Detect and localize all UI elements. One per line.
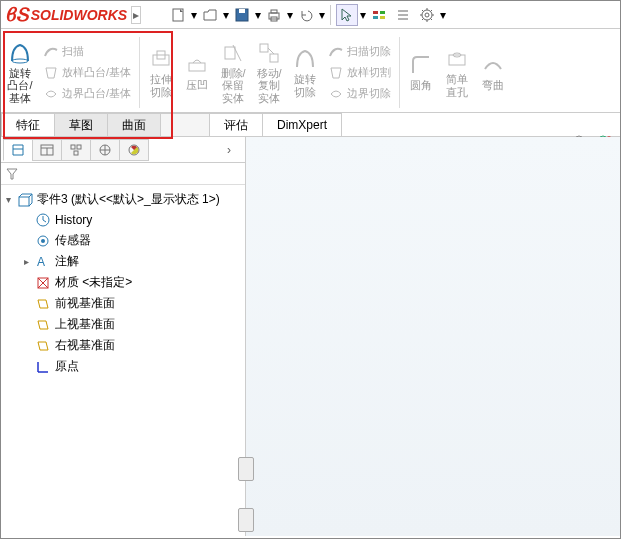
tree-root[interactable]: ▾ 零件3 (默认<<默认>_显示状态 1>) <box>3 189 243 210</box>
rebuild-button[interactable] <box>368 4 390 26</box>
print-dropdown-icon[interactable]: ▾ <box>287 8 293 22</box>
tree-annotations[interactable]: ▸A注解 <box>21 251 243 272</box>
indent-icon <box>185 53 209 77</box>
config-manager-tab[interactable] <box>61 139 91 161</box>
revolve-boss-icon <box>8 41 32 65</box>
fillet-icon <box>409 53 433 77</box>
annotations-icon: A <box>35 254 51 270</box>
logo-s-icon: ϐՏ <box>5 4 29 26</box>
svg-rect-34 <box>77 145 81 149</box>
indent-button[interactable]: 压凹 <box>180 33 214 112</box>
boundary-cut-button[interactable]: 边界切除 <box>324 84 395 104</box>
title-bar: ϐՏ SOLIDWORKS ▸ ▾ ▾ ▾ ▾ ▾ ▾ ▾ <box>1 1 620 29</box>
options-button[interactable] <box>416 4 438 26</box>
tree-annotations-label: 注解 <box>55 253 79 270</box>
sweep-button[interactable]: 扫描 <box>39 42 135 62</box>
move-copy-icon <box>257 41 281 65</box>
svg-text:A: A <box>37 255 45 269</box>
tree-history-label: History <box>55 213 92 227</box>
open-dropdown-icon[interactable]: ▾ <box>223 8 229 22</box>
new-button[interactable] <box>167 4 189 26</box>
delete-keep-label: 删除/保留实体 <box>218 67 248 103</box>
feature-manager-tab[interactable] <box>3 139 33 161</box>
select-button[interactable] <box>336 4 358 26</box>
save-dropdown-icon[interactable]: ▾ <box>255 8 261 22</box>
panel-expand-arrow[interactable]: › <box>227 143 243 157</box>
flex-button[interactable]: 弯曲 <box>476 33 510 112</box>
ribbon: 旋转凸台/基体 扫描 放样凸台/基体 边界凸台/基体 拉伸切除 压凹 删除/保留… <box>1 29 620 113</box>
undo-button[interactable] <box>295 4 317 26</box>
move-copy-button[interactable]: 移动/复制实体 <box>252 33 286 112</box>
part-icon <box>17 192 33 208</box>
select-dropdown-icon[interactable]: ▾ <box>360 8 366 22</box>
tree-history[interactable]: History <box>21 210 243 230</box>
loft-cut-button[interactable]: 放样切割 <box>324 63 395 83</box>
sweep-cut-label: 扫描切除 <box>347 44 391 59</box>
boss-stack: 扫描 放样凸台/基体 边界凸台/基体 <box>39 33 135 112</box>
tree-sensors[interactable]: 传感器 <box>21 230 243 251</box>
dimxpert-manager-tab[interactable] <box>90 139 120 161</box>
simple-hole-button[interactable]: 简单直孔 <box>440 33 474 112</box>
extrude-cut-button[interactable]: 拉伸切除 <box>144 33 178 112</box>
tab-surface[interactable]: 曲面 <box>107 113 161 136</box>
filter-icon[interactable] <box>5 167 19 181</box>
tab-sketch[interactable]: 草图 <box>54 113 108 136</box>
tree-top-plane[interactable]: 上视基准面 <box>21 314 243 335</box>
list-button[interactable] <box>392 4 414 26</box>
display-manager-tab[interactable] <box>119 139 149 161</box>
tree-front-plane[interactable]: 前视基准面 <box>21 293 243 314</box>
extrude-cut-label: 拉伸切除 <box>146 73 176 97</box>
flex-icon <box>481 53 505 77</box>
open-button[interactable] <box>199 4 221 26</box>
panel-resize-handle-2[interactable] <box>238 508 254 532</box>
origin-icon <box>35 359 51 375</box>
fillet-button[interactable]: 圆角 <box>404 33 438 112</box>
command-tab-bar: 特征 草图 曲面 评估 DimXpert <box>1 113 620 137</box>
graphics-viewport[interactable] <box>246 137 620 536</box>
tab-feature[interactable]: 特征 <box>1 113 55 136</box>
sweep-cut-icon <box>328 44 344 60</box>
tree-top-label: 上视基准面 <box>55 316 115 333</box>
delete-keep-button[interactable]: 删除/保留实体 <box>216 33 250 112</box>
boundary-button[interactable]: 边界凸台/基体 <box>39 84 135 104</box>
tree-material[interactable]: 材质 <未指定> <box>21 272 243 293</box>
options-dropdown-icon[interactable]: ▾ <box>440 8 446 22</box>
tab-evaluate[interactable]: 评估 <box>209 113 263 136</box>
new-dropdown-icon[interactable]: ▾ <box>191 8 197 22</box>
save-button[interactable] <box>231 4 253 26</box>
tab-dimxpert[interactable]: DimXpert <box>262 113 342 136</box>
tree-origin[interactable]: 原点 <box>21 356 243 377</box>
revolve-cut-button[interactable]: 旋转切除 <box>288 33 322 112</box>
undo-dropdown-icon[interactable]: ▾ <box>319 8 325 22</box>
svg-rect-8 <box>380 11 385 14</box>
title-expand-arrow[interactable]: ▸ <box>131 6 141 24</box>
print-button[interactable] <box>263 4 285 26</box>
tree-right-plane[interactable]: 右视基准面 <box>21 335 243 356</box>
expand-icon[interactable]: ▸ <box>21 256 31 267</box>
boundary-icon <box>43 86 59 102</box>
sweep-cut-button[interactable]: 扫描切除 <box>324 42 395 62</box>
plane-icon <box>35 296 51 312</box>
tab-surface-label: 曲面 <box>122 117 146 134</box>
simple-hole-label: 简单直孔 <box>442 73 472 97</box>
svg-point-15 <box>12 59 28 63</box>
property-manager-tab[interactable] <box>32 139 62 161</box>
panel-resize-handle[interactable] <box>238 457 254 481</box>
move-copy-label: 移动/复制实体 <box>254 67 284 103</box>
tree-origin-label: 原点 <box>55 358 79 375</box>
feature-tree-panel: › ▾ 零件3 (默认<<默认>_显示状态 1>) History 传感器 ▸A… <box>1 137 246 536</box>
loft-icon <box>43 65 59 81</box>
app-logo: ϐՏ SOLIDWORKS <box>5 4 127 26</box>
collapse-icon[interactable]: ▾ <box>3 194 13 205</box>
sensors-icon <box>35 233 51 249</box>
tree-right-label: 右视基准面 <box>55 337 115 354</box>
plane-icon <box>35 338 51 354</box>
svg-rect-4 <box>271 10 277 13</box>
revolve-boss-label: 旋转凸台/基体 <box>5 67 35 103</box>
flex-label: 弯曲 <box>482 79 504 91</box>
loft-button[interactable]: 放样凸台/基体 <box>39 63 135 83</box>
tree-material-label: 材质 <未指定> <box>55 274 132 291</box>
tree-sensors-label: 传感器 <box>55 232 91 249</box>
revolve-boss-button[interactable]: 旋转凸台/基体 <box>3 33 37 112</box>
svg-rect-19 <box>225 47 235 59</box>
